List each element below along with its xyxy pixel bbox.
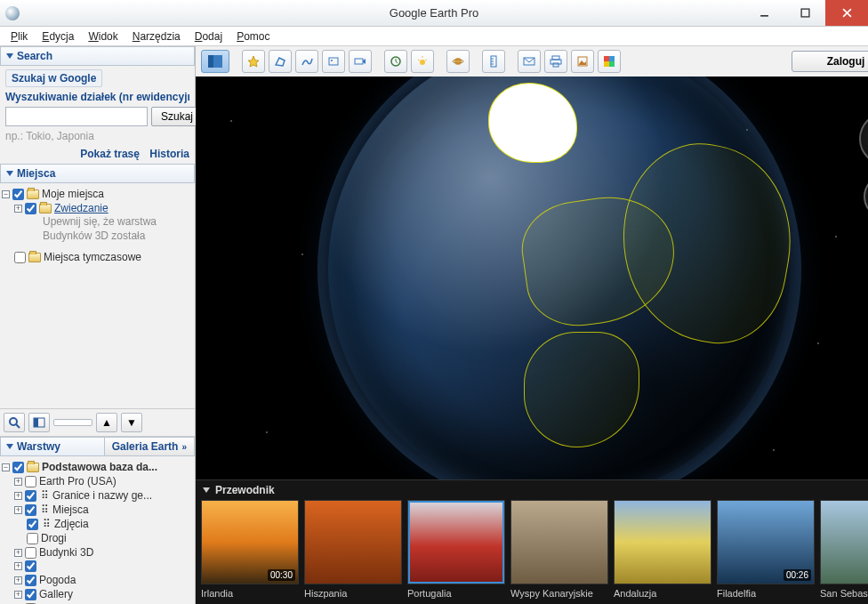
show-route-link[interactable]: Pokaż trasę (80, 148, 140, 160)
svg-rect-35 (604, 61, 609, 67)
expander-icon[interactable]: − (2, 463, 10, 471)
earth-gallery-button[interactable]: Galeria Earth » (104, 437, 195, 456)
checkbox[interactable] (12, 189, 24, 200)
places-sightseeing[interactable]: + Zwiedzanie (14, 201, 193, 215)
move-down-button[interactable]: ▼ (121, 413, 142, 432)
checkbox[interactable] (27, 533, 38, 544)
tree-label-link[interactable]: Zwiedzanie (54, 202, 108, 214)
add-polygon-button[interactable] (269, 50, 292, 73)
landmass (524, 332, 639, 447)
expander-icon[interactable]: + (14, 591, 22, 599)
ruler-button[interactable] (482, 50, 505, 73)
add-path-button[interactable] (295, 50, 318, 73)
hide-sidebar-button[interactable] (201, 50, 229, 73)
search-tab-parcels[interactable]: Wyszukiwanie działek (nr ewidencyjny) (5, 91, 189, 103)
folder-icon (27, 189, 39, 199)
expander-icon[interactable]: + (14, 549, 22, 557)
sunlight-button[interactable] (411, 50, 434, 73)
record-tour-button[interactable] (349, 50, 372, 73)
places-my-places[interactable]: − Moje miejsca (2, 187, 193, 201)
checkbox[interactable] (25, 504, 36, 516)
layer-item[interactable]: +Earth Pro (USA) (14, 474, 193, 488)
layer-item[interactable]: +Gallery (14, 587, 193, 601)
expander-icon[interactable]: + (14, 478, 22, 486)
checkbox[interactable] (27, 519, 38, 530)
guide-thumb[interactable]: 00:30Irlandia (201, 500, 299, 602)
menu-edycja[interactable]: Edycja (35, 28, 81, 44)
checkbox[interactable] (25, 203, 36, 214)
expander-icon[interactable]: + (14, 506, 22, 514)
login-button[interactable]: Zaloguj się (792, 51, 868, 72)
maximize-button[interactable] (784, 0, 825, 26)
menu-widok[interactable]: Widok (81, 28, 125, 44)
expander-icon[interactable]: − (2, 190, 10, 198)
search-panel-header[interactable]: Search (0, 46, 195, 66)
email-button[interactable] (518, 50, 541, 73)
history-link[interactable]: Historia (149, 148, 189, 160)
places-controls: ▲ ▼ (0, 408, 195, 437)
checkbox[interactable] (25, 575, 36, 586)
guide-thumb[interactable]: Hiszpania (304, 500, 402, 602)
toggle-sidebar-button[interactable] (28, 413, 50, 432)
thumb-image (407, 500, 505, 584)
guide-header[interactable]: Przewodnik (196, 480, 868, 500)
svg-rect-33 (604, 56, 609, 61)
view-in-maps-button[interactable] (598, 50, 621, 73)
expander-icon[interactable]: + (14, 205, 22, 213)
look-ring[interactable] (859, 112, 868, 165)
opacity-slider[interactable] (53, 419, 92, 426)
menu-plik[interactable]: Plik (4, 28, 35, 44)
checkbox[interactable] (25, 476, 36, 487)
svg-point-21 (454, 58, 462, 65)
globe[interactable] (328, 77, 791, 479)
expander-icon[interactable]: + (14, 492, 22, 500)
guide-thumb[interactable]: 00:26Filadelfia (717, 500, 815, 602)
guide-thumb[interactable]: Andaluzja (614, 500, 711, 602)
tree-label: Earth Pro (USA) (39, 475, 117, 487)
menu-narzędzia[interactable]: Narzędzia (125, 28, 188, 44)
search-input[interactable] (5, 107, 148, 126)
expander-icon[interactable]: + (14, 562, 22, 570)
checkbox[interactable] (14, 252, 26, 263)
collapse-icon (6, 444, 13, 449)
layer-item[interactable]: ⠿Zdjęcia (14, 517, 193, 531)
tree-label: Granice i nazwy ge... (52, 489, 152, 502)
checkbox[interactable] (12, 462, 24, 473)
layers-panel-header[interactable]: Warstwy (0, 437, 104, 456)
expander-icon[interactable]: + (14, 576, 22, 584)
layer-item[interactable]: +⠿Granice i nazwy ge... (14, 488, 193, 503)
menu-dodaj[interactable]: Dodaj (188, 28, 229, 44)
layer-item[interactable]: +Budynki 3D (14, 545, 193, 560)
layer-item[interactable]: Drogi (14, 531, 193, 545)
close-button[interactable] (825, 0, 868, 26)
layers-tree: −Podstawowa baza da...+Earth Pro (USA)+⠿… (0, 456, 195, 604)
guide-thumb[interactable]: Wyspy Kanaryjskie (510, 500, 608, 602)
search-tab-google[interactable]: Szukaj w Google (5, 69, 102, 87)
save-image-button[interactable] (571, 50, 594, 73)
places-panel-header[interactable]: Miejsca (0, 164, 195, 183)
checkbox[interactable] (25, 490, 36, 502)
checkbox[interactable] (25, 547, 36, 559)
places-temp[interactable]: Miejsca tymczasowe (2, 250, 193, 264)
add-image-overlay-button[interactable] (322, 50, 345, 73)
planets-button[interactable] (446, 50, 470, 73)
add-placemark-button[interactable] (242, 50, 265, 73)
toolbar: Zaloguj się (196, 46, 868, 77)
menu-pomoc[interactable]: Pomoc (229, 28, 277, 44)
search-places-button[interactable] (4, 413, 25, 432)
minimize-button[interactable] (743, 0, 784, 26)
layer-item[interactable]: +Pogoda (14, 573, 193, 587)
earth-view[interactable]: N (196, 77, 868, 479)
layer-item[interactable]: +⠿Miejsca (14, 503, 193, 517)
guide-thumb[interactable]: San Sebastián (820, 500, 868, 602)
move-up-button[interactable]: ▲ (96, 413, 117, 432)
layer-item[interactable]: + (14, 560, 193, 573)
print-button[interactable] (544, 50, 567, 73)
checkbox[interactable] (25, 560, 36, 572)
historical-imagery-button[interactable] (384, 50, 407, 73)
folder-icon (28, 253, 41, 262)
move-ring[interactable] (864, 174, 868, 219)
guide-thumb[interactable]: Portugalia (407, 500, 505, 602)
layer-item[interactable]: −Podstawowa baza da... (2, 460, 193, 474)
checkbox[interactable] (25, 589, 36, 600)
